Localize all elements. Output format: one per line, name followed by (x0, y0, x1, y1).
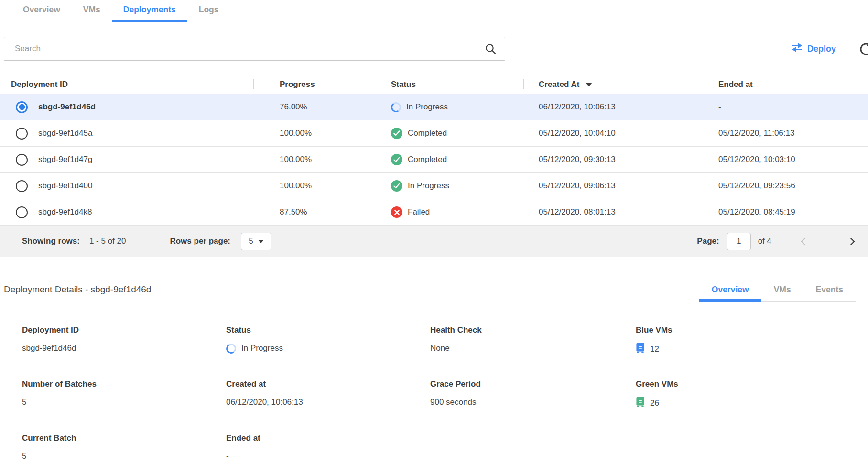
row-radio-selected[interactable] (16, 101, 28, 113)
status-label: Completed (408, 129, 447, 138)
details-tab-overview[interactable]: Overview (699, 281, 761, 301)
table-footer: Showing rows: 1 - 5 of 20 Rows per page:… (0, 226, 868, 257)
details-header: Deployment Details - sbgd-9ef1d46d Overv… (0, 281, 868, 302)
deployment-id-value: sbgd-9ef1d400 (38, 181, 92, 191)
grace-period-value: 900 seconds (430, 398, 476, 407)
table-row[interactable]: sbgd-9ef1d45a 100.00% Completed 05/12/20… (0, 120, 868, 147)
ended-at-value: 05/12/2020, 11:06:13 (706, 129, 868, 138)
next-page-icon[interactable] (847, 237, 855, 245)
previous-page-icon[interactable] (801, 237, 809, 245)
row-radio[interactable] (16, 206, 28, 218)
completed-check-icon (391, 180, 402, 192)
column-header-ended-at: Ended at (706, 75, 868, 94)
number-of-batches-value: 5 (22, 398, 26, 407)
row-radio[interactable] (16, 180, 28, 192)
field-grace-period: Grace Period 900 seconds (430, 379, 636, 409)
progress-value: 100.00% (253, 181, 378, 191)
chevron-down-icon (258, 240, 264, 243)
deployment-id-value: sbgd-9ef1d4k8 (38, 207, 92, 217)
tab-overview[interactable]: Overview (11, 0, 72, 22)
details-tab-vms[interactable]: VMs (761, 281, 803, 301)
progress-value: 76.00% (253, 102, 378, 112)
showing-rows-label: Showing rows: (22, 237, 80, 246)
row-radio[interactable] (16, 128, 28, 140)
rows-per-page-label: Rows per page: (170, 237, 230, 246)
refresh-icon (858, 51, 868, 58)
completed-check-icon (391, 154, 402, 165)
table-row[interactable]: sbgd-9ef1d46d 76.00% In Progress 06/12/2… (0, 94, 868, 120)
swap-arrows-icon (791, 43, 803, 54)
ended-at-value: - (706, 102, 868, 112)
created-at-value: 06/12/2020, 10:06:13 (523, 102, 706, 112)
details-tab-events[interactable]: Events (803, 281, 856, 301)
page-label: Page: (697, 237, 719, 246)
column-header-deployment-id: Deployment ID (0, 75, 253, 94)
row-radio[interactable] (16, 154, 28, 166)
search-box (4, 37, 505, 61)
failed-x-icon (391, 206, 402, 218)
field-current-batch: Current Batch 5 (22, 433, 226, 462)
green-vm-icon (636, 397, 645, 409)
table-row[interactable]: sbgd-9ef1d400 100.00% In Progress 05/12/… (0, 173, 868, 199)
details-grid: Deployment ID sbgd-9ef1d46d Status In Pr… (0, 325, 868, 462)
field-health-check: Health Check None (430, 325, 636, 356)
blue-vms-count: 12 (650, 345, 659, 354)
deployment-id-value: sbgd-9ef1d47g (38, 155, 92, 164)
details-tab-bar: Overview VMs Events (699, 281, 856, 302)
created-at-value: 05/12/2020, 10:04:10 (523, 129, 706, 138)
search-input[interactable] (4, 37, 505, 61)
field-blue-vms: Blue VMs 12 (636, 325, 868, 356)
current-batch-value: 5 (22, 452, 26, 461)
deployment-id-detail-value: sbgd-9ef1d46d (22, 344, 76, 353)
sort-descending-icon[interactable] (586, 83, 592, 86)
progress-value: 100.00% (253, 155, 378, 164)
tab-deployments[interactable]: Deployments (112, 0, 187, 22)
page-number-input[interactable] (727, 233, 751, 250)
deployment-id-value: sbgd-9ef1d45a (38, 129, 92, 138)
main-tab-bar: Overview VMs Deployments Logs (0, 0, 868, 22)
field-ended-at: Ended at - (226, 433, 430, 462)
ended-at-value: 05/12/2020, 10:03:10 (706, 155, 868, 164)
column-header-created-at[interactable]: Created At (523, 75, 706, 94)
page-total: of 4 (758, 237, 771, 246)
deploy-label: Deploy (807, 44, 836, 54)
created-at-value: 05/12/2020, 09:30:13 (523, 155, 706, 164)
showing-rows-value: 1 - 5 of 20 (89, 237, 126, 246)
pagination: Page: of 4 (697, 233, 854, 250)
green-vms-count: 26 (650, 399, 659, 408)
column-header-progress: Progress (253, 75, 378, 94)
completed-check-icon (391, 128, 402, 139)
blue-vm-icon (636, 343, 645, 356)
rows-per-page-value: 5 (249, 237, 253, 246)
ended-at-value: 05/12/2020, 08:45:19 (706, 207, 868, 217)
created-at-value: 05/12/2020, 08:01:13 (523, 207, 706, 217)
field-created-at: Created at 06/12/2020, 10:06:13 (226, 379, 430, 409)
table-row[interactable]: sbgd-9ef1d4k8 87.50% Failed 05/12/2020, … (0, 199, 868, 226)
in-progress-spinner-icon (225, 343, 237, 354)
tab-logs[interactable]: Logs (187, 0, 230, 22)
deployment-id-value: sbgd-9ef1d46d (38, 102, 96, 112)
rows-per-page-select[interactable]: 5 (241, 233, 271, 250)
created-at-detail-value: 06/12/2020, 10:06:13 (226, 398, 303, 407)
ended-at-value: 05/12/2020, 09:23:56 (706, 181, 868, 191)
details-title: Deployment Details - sbgd-9ef1d46d (4, 284, 151, 302)
tab-vms[interactable]: VMs (72, 0, 112, 22)
search-icon (485, 43, 497, 57)
deployments-table: Deployment ID Progress Status Created At… (0, 75, 868, 257)
created-at-value: 05/12/2020, 09:06:13 (523, 181, 706, 191)
refresh-button[interactable] (858, 42, 868, 57)
table-row[interactable]: sbgd-9ef1d47g 100.00% Completed 05/12/20… (0, 147, 868, 173)
ended-at-detail-value: - (226, 452, 229, 461)
column-header-status: Status (378, 75, 523, 94)
field-deployment-id: Deployment ID sbgd-9ef1d46d (22, 325, 226, 356)
status-label: In Progress (408, 181, 449, 191)
field-green-vms: Green VMs 26 (636, 379, 868, 409)
field-number-of-batches: Number of Batches 5 (22, 379, 226, 409)
health-check-value: None (430, 344, 450, 353)
status-label: In Progress (406, 102, 448, 112)
deploy-button[interactable]: Deploy (791, 37, 836, 61)
progress-value: 100.00% (253, 129, 378, 138)
in-progress-spinner-icon (390, 101, 401, 113)
progress-value: 87.50% (253, 207, 378, 217)
table-header-row: Deployment ID Progress Status Created At… (0, 75, 868, 94)
